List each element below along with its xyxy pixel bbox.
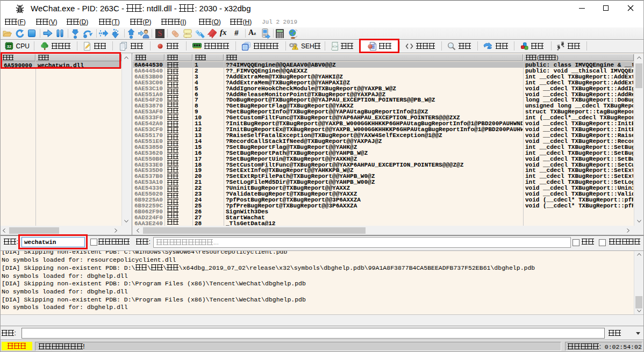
svg-text:<>: <>	[332, 44, 338, 49]
svg-text:!: !	[295, 46, 296, 49]
svg-text:S: S	[158, 30, 162, 38]
svg-text:32: 32	[6, 44, 11, 49]
